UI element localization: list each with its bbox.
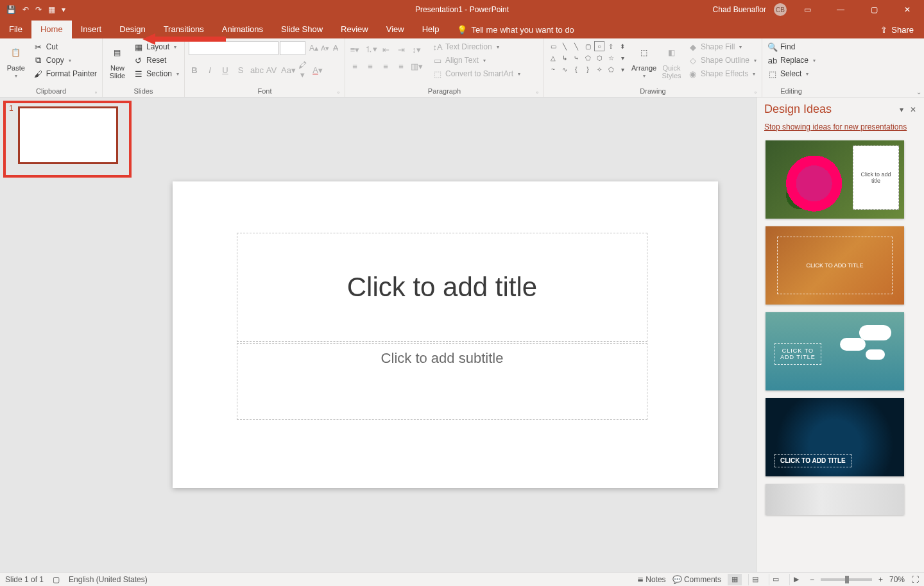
clipboard-launcher-icon[interactable]: ▫ (95, 89, 97, 96)
fit-to-window-icon[interactable]: ⛶ (911, 575, 919, 584)
share-button[interactable]: ⇪ Share (870, 21, 924, 38)
slide-counter[interactable]: Slide 1 of 1 (5, 575, 44, 584)
spellcheck-icon[interactable]: ▢ (53, 575, 60, 584)
change-case-icon[interactable]: Aa▾ (281, 65, 293, 75)
font-size-input[interactable] (280, 41, 305, 55)
align-left-icon[interactable]: ≡ (349, 62, 361, 71)
align-text-button[interactable]: ▭Align Text (431, 54, 522, 66)
tab-help[interactable]: Help (413, 21, 449, 38)
text-direction-button[interactable]: ↕AText Direction (431, 41, 522, 53)
design-idea-2[interactable]: CLICK TO ADD TITLE (766, 226, 904, 305)
zoom-out-icon[interactable]: − (810, 575, 814, 584)
design-ideas-list[interactable]: Click to add title CLICK TO ADD TITLE CL… (757, 137, 924, 572)
maximize-icon[interactable]: ▢ (861, 0, 887, 19)
font-name-input[interactable] (189, 41, 278, 55)
stop-ideas-link[interactable]: Stop showing ideas for new presentations (764, 122, 907, 131)
copy-button[interactable]: ⧉Copy (32, 54, 98, 66)
design-idea-4[interactable]: CLICK TO ADD TITLE (766, 398, 904, 476)
slide[interactable]: Click to add title Click to add subtitle (173, 181, 718, 488)
font-launcher-icon[interactable]: ▫ (338, 89, 339, 96)
align-center-icon[interactable]: ≡ (364, 62, 376, 71)
normal-view-icon[interactable]: ▦ (728, 574, 742, 585)
line-spacing-icon[interactable]: ↕▾ (411, 45, 422, 54)
layout-button[interactable]: ▦Layout (132, 41, 180, 53)
paste-button[interactable]: 📋 Paste ▾ (4, 41, 28, 86)
tab-design[interactable]: Design (110, 21, 154, 38)
redo-icon[interactable]: ↷ (35, 5, 42, 14)
columns-icon[interactable]: ▥▾ (411, 62, 422, 71)
increase-font-icon[interactable]: A▴ (309, 44, 318, 53)
increase-indent-icon[interactable]: ⇥ (395, 45, 407, 54)
ribbon-display-icon[interactable]: ▭ (794, 0, 820, 19)
character-spacing-icon[interactable]: AV (266, 65, 277, 75)
sorter-view-icon[interactable]: ▤ (748, 574, 762, 585)
reading-view-icon[interactable]: ▭ (769, 574, 783, 585)
design-idea-5[interactable] (766, 484, 904, 515)
design-idea-3[interactable]: CLICK TO ADD TITLE (766, 312, 904, 390)
design-idea-1[interactable]: Click to add title (766, 140, 904, 219)
cut-button[interactable]: ✂Cut (32, 41, 98, 53)
paragraph-launcher-icon[interactable]: ▫ (536, 89, 538, 96)
arrange-button[interactable]: ⬚ Arrange ▾ (631, 41, 656, 86)
drawing-launcher-icon[interactable]: ▫ (755, 89, 757, 96)
strikethrough-icon[interactable]: abc (250, 65, 262, 75)
tab-animations[interactable]: Animations (213, 21, 272, 38)
numbering-icon[interactable]: ⒈▾ (364, 44, 376, 55)
format-painter-button[interactable]: 🖌Format Painter (32, 68, 98, 80)
collapse-ribbon-icon[interactable]: ⌄ (916, 88, 921, 96)
find-button[interactable]: 🔍Find (766, 41, 817, 53)
pane-close-icon[interactable]: ✕ (910, 105, 916, 114)
pane-options-icon[interactable]: ▾ (900, 105, 903, 114)
zoom-slider[interactable] (821, 578, 872, 581)
select-button[interactable]: ⬚Select (766, 68, 817, 80)
align-right-icon[interactable]: ≡ (380, 62, 391, 71)
justify-icon[interactable]: ≡ (395, 62, 407, 71)
decrease-font-icon[interactable]: A▾ (321, 44, 329, 53)
shape-fill-button[interactable]: ◆Shape Fill (687, 41, 758, 53)
shape-effects-button[interactable]: ◉Shape Effects (687, 68, 758, 80)
save-icon[interactable]: 💾 (6, 5, 16, 14)
convert-smartart-button[interactable]: ⬚Convert to SmartArt (431, 68, 522, 80)
tell-me-search[interactable]: 💡 Tell me what you want to do (448, 21, 583, 38)
slide-canvas-area[interactable]: Click to add title Click to add subtitle (135, 97, 756, 572)
underline-icon[interactable]: U (219, 65, 231, 75)
title-placeholder[interactable]: Click to add title (237, 233, 647, 342)
font-color-icon[interactable]: A▾ (312, 65, 323, 75)
language-status[interactable]: English (United States) (69, 575, 148, 584)
zoom-level[interactable]: 70% (889, 575, 905, 584)
tab-slideshow[interactable]: Slide Show (272, 21, 332, 38)
italic-icon[interactable]: I (204, 65, 216, 75)
slide-thumbnail-1[interactable] (18, 106, 118, 164)
slideshow-view-icon[interactable]: ▶ (789, 574, 803, 585)
tab-home[interactable]: Home (31, 21, 72, 38)
zoom-in-icon[interactable]: + (878, 575, 883, 584)
start-from-beginning-icon[interactable]: ▦ (48, 5, 55, 14)
clear-formatting-icon[interactable]: A̶ (333, 44, 338, 53)
bold-icon[interactable]: B (189, 65, 200, 75)
quick-styles-button[interactable]: ◧ Quick Styles (660, 41, 683, 86)
decrease-indent-icon[interactable]: ⇤ (380, 45, 391, 54)
bullets-icon[interactable]: ≡▾ (349, 45, 361, 54)
tab-view[interactable]: View (377, 21, 413, 38)
highlight-icon[interactable]: 🖍▾ (296, 60, 308, 80)
user-name[interactable]: Chad Buenaflor (713, 5, 766, 14)
section-button[interactable]: ☰Section (132, 68, 180, 80)
subtitle-placeholder[interactable]: Click to add subtitle (237, 343, 647, 420)
undo-icon[interactable]: ↶ (22, 5, 29, 14)
shapes-gallery[interactable]: ▭╲╲▢○⇧⬍ △↳⤷⬠⬡☆▾ ~∿{}✧⬠▾ (548, 41, 628, 86)
close-icon[interactable]: ✕ (894, 0, 920, 19)
tab-review[interactable]: Review (332, 21, 377, 38)
shadow-icon[interactable]: S (235, 65, 246, 75)
reset-button[interactable]: ↺Reset (132, 54, 180, 66)
new-slide-button[interactable]: ▤ New Slide (107, 41, 128, 86)
tab-transitions[interactable]: Transitions (155, 21, 213, 38)
comments-button[interactable]: 💬 Comments (672, 575, 721, 584)
minimize-icon[interactable]: ― (828, 0, 853, 19)
qat-more-icon[interactable]: ▾ (62, 5, 65, 14)
notes-button[interactable]: ≣ Notes (637, 575, 666, 584)
shape-outline-button[interactable]: ◇Shape Outline (687, 54, 758, 66)
replace-button[interactable]: abReplace (766, 54, 817, 66)
user-avatar[interactable]: CB (774, 3, 787, 16)
tab-file[interactable]: File (0, 21, 31, 38)
tab-insert[interactable]: Insert (72, 21, 111, 38)
